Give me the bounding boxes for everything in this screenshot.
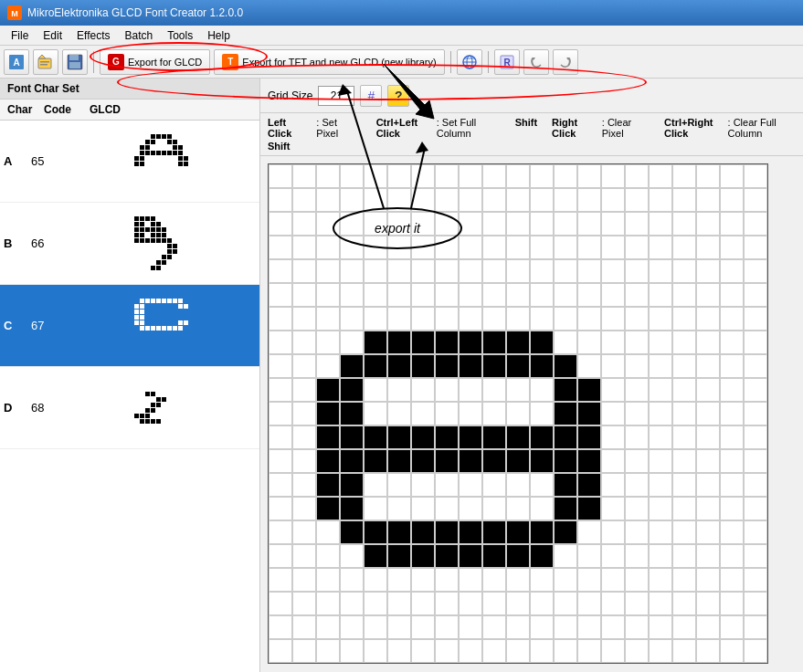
pixel-cell-2-17[interactable] xyxy=(316,568,340,592)
pixel-cell-18-13[interactable] xyxy=(696,473,720,497)
pixel-cell-7-7[interactable] xyxy=(435,331,459,354)
pixel-cell-7-5[interactable] xyxy=(435,283,459,307)
pixel-cell-1-0[interactable] xyxy=(292,164,316,188)
pixel-cell-0-20[interactable] xyxy=(269,639,292,663)
pixel-cell-6-18[interactable] xyxy=(411,592,435,615)
pixel-cell-18-4[interactable] xyxy=(696,259,720,283)
pixel-cell-5-9[interactable] xyxy=(387,378,411,402)
pixel-cell-13-4[interactable] xyxy=(577,259,601,283)
pixel-cell-0-9[interactable] xyxy=(269,378,292,402)
pixel-cell-13-3[interactable] xyxy=(577,236,601,259)
pixel-cell-0-7[interactable] xyxy=(269,331,292,354)
pixel-cell-2-12[interactable] xyxy=(316,449,340,473)
pixel-cell-0-11[interactable] xyxy=(269,425,292,449)
pixel-cell-0-5[interactable] xyxy=(269,283,292,307)
pixel-cell-13-18[interactable] xyxy=(577,592,601,615)
pixel-cell-2-9[interactable] xyxy=(316,378,340,402)
pixel-cell-6-7[interactable] xyxy=(411,331,435,354)
pixel-cell-20-11[interactable] xyxy=(744,425,767,449)
pixel-cell-19-15[interactable] xyxy=(720,520,744,544)
pixel-cell-7-9[interactable] xyxy=(435,378,459,402)
pixel-cell-6-8[interactable] xyxy=(411,354,435,378)
pixel-cell-20-14[interactable] xyxy=(744,497,767,520)
pixel-cell-5-0[interactable] xyxy=(387,164,411,188)
pixel-cell-7-16[interactable] xyxy=(435,544,459,568)
pixel-cell-3-18[interactable] xyxy=(340,592,364,615)
pixel-cell-16-12[interactable] xyxy=(649,449,672,473)
pixel-cell-12-5[interactable] xyxy=(554,283,577,307)
pixel-cell-15-8[interactable] xyxy=(625,354,649,378)
pixel-cell-18-7[interactable] xyxy=(696,331,720,354)
toolbar-btn-open[interactable] xyxy=(33,49,58,75)
pixel-cell-0-18[interactable] xyxy=(269,592,292,615)
pixel-cell-11-1[interactable] xyxy=(530,188,554,212)
pixel-cell-9-19[interactable] xyxy=(482,615,506,639)
pixel-cell-4-3[interactable] xyxy=(364,236,387,259)
pixel-cell-9-13[interactable] xyxy=(482,473,506,497)
pixel-cell-20-7[interactable] xyxy=(744,331,767,354)
pixel-cell-17-2[interactable] xyxy=(672,212,696,236)
menu-edit[interactable]: Edit xyxy=(36,27,69,44)
pixel-cell-4-11[interactable] xyxy=(364,425,387,449)
pixel-cell-7-4[interactable] xyxy=(435,259,459,283)
toolbar-btn-1[interactable]: A xyxy=(4,49,29,75)
pixel-cell-19-1[interactable] xyxy=(720,188,744,212)
pixel-cell-10-14[interactable] xyxy=(506,497,530,520)
pixel-cell-3-15[interactable] xyxy=(340,520,364,544)
pixel-cell-3-20[interactable] xyxy=(340,639,364,663)
pixel-cell-7-8[interactable] xyxy=(435,354,459,378)
pixel-cell-10-13[interactable] xyxy=(506,473,530,497)
pixel-cell-8-6[interactable] xyxy=(459,307,482,331)
pixel-cell-7-11[interactable] xyxy=(435,425,459,449)
pixel-cell-11-8[interactable] xyxy=(530,354,554,378)
pixel-cell-18-5[interactable] xyxy=(696,283,720,307)
pixel-cell-1-10[interactable] xyxy=(292,402,316,425)
pixel-cell-13-11[interactable] xyxy=(577,425,601,449)
pixel-cell-3-12[interactable] xyxy=(340,449,364,473)
pixel-cell-15-11[interactable] xyxy=(625,425,649,449)
pixel-cell-18-0[interactable] xyxy=(696,164,720,188)
help-button[interactable]: ? xyxy=(387,85,409,107)
pixel-cell-9-2[interactable] xyxy=(482,212,506,236)
pixel-cell-8-3[interactable] xyxy=(459,236,482,259)
pixel-cell-8-8[interactable] xyxy=(459,354,482,378)
pixel-cell-4-19[interactable] xyxy=(364,615,387,639)
pixel-cell-13-0[interactable] xyxy=(577,164,601,188)
pixel-cell-3-1[interactable] xyxy=(340,188,364,212)
pixel-cell-5-15[interactable] xyxy=(387,520,411,544)
pixel-cell-12-9[interactable] xyxy=(554,378,577,402)
pixel-cell-9-16[interactable] xyxy=(482,544,506,568)
grid-size-input[interactable] xyxy=(318,86,354,106)
pixel-cell-14-5[interactable] xyxy=(601,283,625,307)
pixel-cell-5-2[interactable] xyxy=(387,212,411,236)
grid-hash-btn[interactable]: # xyxy=(360,85,382,107)
pixel-cell-20-0[interactable] xyxy=(744,164,767,188)
pixel-cell-10-19[interactable] xyxy=(506,615,530,639)
pixel-cell-16-18[interactable] xyxy=(649,592,672,615)
pixel-cell-4-8[interactable] xyxy=(364,354,387,378)
pixel-cell-3-2[interactable] xyxy=(340,212,364,236)
pixel-cell-18-8[interactable] xyxy=(696,354,720,378)
pixel-cell-3-10[interactable] xyxy=(340,402,364,425)
pixel-cell-2-2[interactable] xyxy=(316,212,340,236)
pixel-cell-14-17[interactable] xyxy=(601,568,625,592)
pixel-cell-6-3[interactable] xyxy=(411,236,435,259)
pixel-cell-14-4[interactable] xyxy=(601,259,625,283)
pixel-cell-20-12[interactable] xyxy=(744,449,767,473)
pixel-cell-2-1[interactable] xyxy=(316,188,340,212)
pixel-cell-16-15[interactable] xyxy=(649,520,672,544)
pixel-cell-8-18[interactable] xyxy=(459,592,482,615)
pixel-cell-18-19[interactable] xyxy=(696,615,720,639)
pixel-cell-8-12[interactable] xyxy=(459,449,482,473)
pixel-cell-4-13[interactable] xyxy=(364,473,387,497)
pixel-cell-3-7[interactable] xyxy=(340,331,364,354)
pixel-cell-15-18[interactable] xyxy=(625,592,649,615)
pixel-cell-4-15[interactable] xyxy=(364,520,387,544)
pixel-cell-0-6[interactable] xyxy=(269,307,292,331)
pixel-cell-11-5[interactable] xyxy=(530,283,554,307)
pixel-cell-9-14[interactable] xyxy=(482,497,506,520)
menu-batch[interactable]: Batch xyxy=(118,27,161,44)
pixel-cell-3-0[interactable] xyxy=(340,164,364,188)
pixel-cell-13-1[interactable] xyxy=(577,188,601,212)
pixel-cell-11-18[interactable] xyxy=(530,592,554,615)
